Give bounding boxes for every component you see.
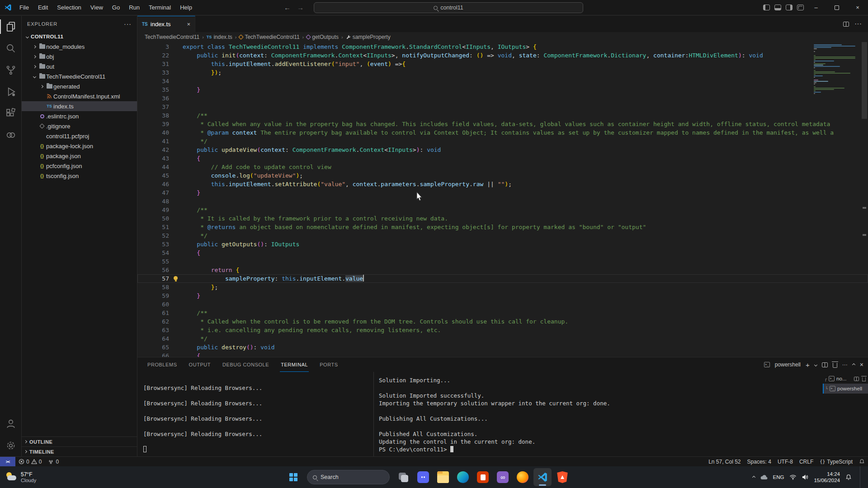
language-indicator[interactable]: ENG [773,474,784,480]
panel-tab-ports[interactable]: PORTS [319,358,339,372]
settings-gear-icon[interactable] [0,435,22,456]
breadcrumb-index.ts[interactable]: TSindex.ts [207,34,232,40]
terminal-pane-powershell[interactable]: Solution Importing...Solution Imported s… [374,372,823,456]
terminal-instance-powershell[interactable]: └>_powershell [823,384,868,394]
editor-scrollbar[interactable] [862,42,867,119]
visual-studio-icon[interactable]: ∞ [494,468,512,486]
code-line[interactable]: 60 [137,300,868,309]
code-line[interactable]: 58 }; [137,283,868,291]
code-line[interactable]: 51 * @returns an object based on nomencl… [137,223,868,231]
clock-widget[interactable]: 14:24 15/06/2024 [814,471,840,483]
breadcrumb-getoutputs[interactable]: getOutputs [307,34,339,40]
code-line[interactable]: 54 { [137,249,868,257]
code-line[interactable]: 66 { [137,352,868,357]
discord-icon[interactable] [414,468,432,486]
search-sidebar-icon[interactable] [0,38,22,59]
split-editor-icon[interactable] [843,22,849,27]
code-line[interactable]: 48 [137,197,868,206]
split-terminal-icon[interactable] [822,362,828,367]
menu-selection[interactable]: Selection [53,2,85,13]
tree-item-index-ts[interactable]: TSindex.ts [22,101,137,111]
vscode-taskbar-icon[interactable] [533,468,552,486]
code-line[interactable]: 56 return { [137,266,868,274]
kill-terminal-icon[interactable] [862,377,866,381]
code-line[interactable]: 46 this.inputElement.setAttribute("value… [137,180,868,188]
tree-item-node-modules[interactable]: node_modules [22,42,137,52]
panel-tab-terminal[interactable]: TERMINAL [280,358,309,372]
code-line[interactable]: 39 * Called when any value in the proper… [137,120,868,128]
tree-item-package-json[interactable]: {}package.json [22,151,137,161]
code-line[interactable]: 52 */ [137,231,868,240]
editor-more-actions-icon[interactable]: ··· [854,20,862,28]
kill-terminal-icon[interactable] [833,363,837,368]
office-icon[interactable] [474,468,492,486]
code-line[interactable]: 38 /** [137,111,868,120]
wifi-icon[interactable] [789,474,797,480]
menu-help[interactable]: Help [176,2,196,13]
start-button[interactable] [284,468,302,486]
extensions-icon[interactable] [0,103,22,124]
menu-edit[interactable]: Edit [34,2,52,13]
tree-item-generated[interactable]: generated [22,81,137,91]
terminal-pane-node[interactable]: [Browsersync] Reloading Browsers...[Brow… [137,372,374,456]
terminal-dropdown-icon[interactable] [814,363,817,366]
firefox-icon[interactable] [514,468,532,486]
panel-tab-output[interactable]: OUTPUT [188,358,212,372]
tree-item-package-lock-json[interactable]: {}package-lock.json [22,141,137,151]
tree-item-obj[interactable]: obj [22,52,137,61]
new-terminal-icon[interactable]: + [806,361,810,369]
show-desktop-button[interactable] [860,466,862,488]
code-line[interactable]: 53 public getOutputs(): IOutputs [137,240,868,249]
code-line[interactable]: 3export class TechTweedieControl11 imple… [137,42,868,51]
breadcrumb-techtweediecontrol11[interactable]: TechTweedieControl11 [145,34,199,40]
code-line[interactable]: 37 [137,103,868,111]
breadcrumb-techtweediecontrol11[interactable]: TechTweedieControl11 [239,34,299,40]
status-ln-57-col-52[interactable]: Ln 57, Col 52 [705,457,744,467]
code-line[interactable]: 59 } [137,291,868,300]
status-notifications-icon[interactable] [856,457,868,467]
code-line[interactable]: 33 }); [137,68,868,77]
code-line[interactable]: 50 * It is called by the framework prior… [137,214,868,223]
problems-status[interactable]: 0 0 [15,457,45,467]
tab-index-ts[interactable]: TS index.ts × [137,16,195,32]
tree-item--gitignore[interactable]: .gitignore [22,121,137,131]
notification-bell-icon[interactable] [845,474,852,480]
run-debug-icon[interactable] [0,81,22,103]
code-line[interactable]: 64 */ [137,334,868,343]
tray-expand-icon[interactable] [752,475,755,479]
code-line[interactable]: 43 { [137,154,868,163]
back-arrow-icon[interactable]: ← [284,4,291,11]
menu-view[interactable]: View [86,2,107,13]
menu-terminal[interactable]: Terminal [145,2,175,13]
tree-item-control11-pcfproj[interactable]: control11.pcfproj [22,131,137,141]
code-line[interactable]: 47 } [137,188,868,197]
tree-root[interactable]: CONTROL11 [22,32,137,42]
brave-icon[interactable] [553,468,571,486]
terminal-instance-no[interactable]: ┌>_no... [823,374,868,384]
toggle-secondary-sidebar-icon[interactable] [786,5,793,10]
code-line[interactable]: 61 /** [137,309,868,317]
tree-item--eslintrc-json[interactable]: .eslintrc.json [22,111,137,121]
code-line[interactable]: 35 } [137,85,868,94]
tab-close-icon[interactable]: × [187,21,190,28]
source-control-icon[interactable] [0,59,22,81]
code-line[interactable]: 65 public destroy(): void [137,343,868,352]
code-line[interactable]: 45 console.log("updateView"); [137,171,868,180]
taskbar-search[interactable]: Search [307,470,390,484]
code-line[interactable]: 55 [137,257,868,266]
code-editor[interactable]: 3export class TechTweedieControl11 imple… [137,42,868,357]
customize-layout-icon[interactable] [797,5,804,10]
file-explorer-icon[interactable] [434,468,452,486]
minimap[interactable] [812,42,859,114]
status-utf-8[interactable]: UTF-8 [774,457,796,467]
section-outline[interactable]: OUTLINE [22,436,137,446]
close-panel-icon[interactable]: × [860,361,863,368]
volume-icon[interactable] [802,474,808,480]
code-line[interactable]: 57 sampleProperty: this.inputElement.val… [137,274,868,283]
toggle-sidebar-icon[interactable] [763,5,770,10]
code-line[interactable]: 40 * @param context The entire property … [137,128,868,137]
tree-item-out[interactable]: out [22,61,137,71]
menu-file[interactable]: File [15,2,33,13]
maximize-panel-icon[interactable] [852,363,855,366]
tree-item-tsconfig-json[interactable]: {}tsconfig.json [22,171,137,181]
